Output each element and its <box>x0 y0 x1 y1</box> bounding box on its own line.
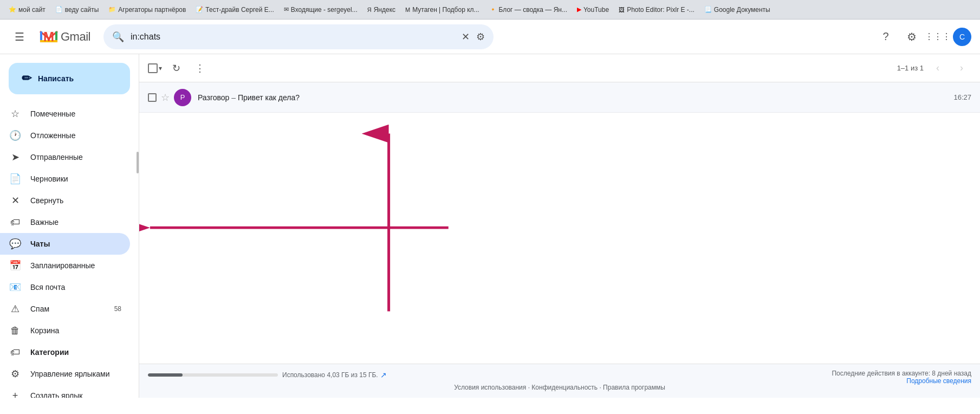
next-page-button[interactable]: › <box>952 59 971 78</box>
sidebar-item-create-label[interactable]: + Создать ярлык <box>0 385 130 398</box>
settings-icon: ⚙ <box>907 30 917 43</box>
more-icon: ⋮ <box>195 62 205 74</box>
svg-text:M: M <box>43 29 54 44</box>
compose-button[interactable]: ✏ Написать <box>9 63 130 94</box>
sender-avatar: Р <box>174 89 191 106</box>
privacy-link[interactable]: Конфиденциальность <box>531 384 598 391</box>
content-area <box>139 113 980 364</box>
avatar[interactable]: С <box>953 28 971 46</box>
bookmark-youtube[interactable]: ▶ YouTube <box>573 5 613 15</box>
search-input[interactable] <box>131 32 455 42</box>
browser-bar: ⭐ мой сайт 📄 веду сайты 📁 Агрегаторы пар… <box>0 0 980 20</box>
search-clear-icon[interactable]: ✕ <box>462 31 470 43</box>
gmail-logo-text: Gmail <box>61 30 90 44</box>
gmail-container: ☰ M Gmail 🔍 ✕ ⚙ <box>0 20 980 398</box>
scheduled-icon: 📅 <box>9 260 22 271</box>
categories-icon: 🏷 <box>9 347 22 358</box>
bookmark-pixlr[interactable]: 🖼 Photo Editor: Pixlr E -... <box>614 5 699 15</box>
bookmark-yandex[interactable]: Я Яндекс <box>363 5 400 15</box>
sidebar-item-drafts[interactable]: 📄 Черновики <box>0 168 130 190</box>
gmail-logo: M Gmail <box>39 27 90 47</box>
add-icon: + <box>9 390 22 398</box>
refresh-icon: ↻ <box>172 62 180 74</box>
details-link[interactable]: Подробные сведения <box>906 377 971 385</box>
star-icon: ☆ <box>9 108 22 120</box>
prev-page-icon: ‹ <box>936 62 939 74</box>
all-mail-icon: 📧 <box>9 281 22 293</box>
clock-icon: 🕐 <box>9 130 22 141</box>
bookmark-inbox[interactable]: ✉ Входящие - sergeyel... <box>280 5 362 15</box>
help-icon: ? <box>882 30 888 43</box>
send-icon: ➤ <box>9 151 22 163</box>
bookmark-blog[interactable]: 🔸 Блог — сводка — Ян... <box>485 5 572 15</box>
help-button[interactable]: ? <box>875 26 897 48</box>
email-row[interactable]: ☆ Р Разговор – Привет как дела? 16:27 <box>139 82 980 113</box>
email-subject: Разговор – Привет как дела? <box>198 93 945 102</box>
pagination: 1–1 из 1 ‹ › <box>897 59 971 78</box>
sidebar-item-bookmarked[interactable]: ☆ Помеченные <box>0 103 130 125</box>
row-checkbox[interactable] <box>148 93 157 102</box>
email-list-panel: ▾ ↻ ⋮ 1–1 из 1 ‹ › <box>139 54 980 398</box>
sidebar-item-sent[interactable]: ➤ Отправленные <box>0 146 130 168</box>
select-all-checkbox[interactable] <box>148 63 158 73</box>
main-content: ✏ Написать ☆ Помеченные 🕐 Отложенные ➤ О… <box>0 54 980 398</box>
terms-link[interactable]: Условия использования <box>454 384 526 391</box>
email-toolbar: ▾ ↻ ⋮ 1–1 из 1 ‹ › <box>139 54 980 82</box>
draft-icon: 📄 <box>9 173 22 185</box>
gmail-logo-icon: M <box>39 27 59 47</box>
sidebar-item-spam[interactable]: ⚠ Спам 58 <box>0 298 130 320</box>
footer-activity: Последние действия в аккаунте: 8 дней на… <box>832 370 971 385</box>
email-time: 16:27 <box>953 93 971 101</box>
search-filter-icon[interactable]: ⚙ <box>476 31 485 43</box>
header-right: ? ⚙ ⋮⋮⋮ С <box>875 26 971 48</box>
sidebar-item-chats[interactable]: 💬 Чаты <box>0 233 130 255</box>
next-page-icon: › <box>960 62 963 74</box>
bookmark-my-site[interactable]: ⭐ мой сайт <box>4 5 50 15</box>
search-icon: 🔍 <box>112 31 124 43</box>
sidebar-item-categories[interactable]: 🏷 Категории <box>0 341 130 363</box>
bookmark-manage-site[interactable]: 📄 веду сайты <box>51 5 103 15</box>
settings-button[interactable]: ⚙ <box>901 26 923 48</box>
email-footer: Использовано 4,03 ГБ из 15 ГБ. ↗ Условия… <box>139 364 980 398</box>
program-rules-link[interactable]: Правила программы <box>603 384 665 391</box>
bookmark-mutagen[interactable]: M Мутаген | Подбор кл... <box>401 5 484 15</box>
gmail-header: ☰ M Gmail 🔍 ✕ ⚙ <box>0 20 980 54</box>
storage-bar-fill <box>148 373 183 377</box>
more-button[interactable]: ⋮ <box>190 59 210 78</box>
scroll-indicator <box>137 152 139 173</box>
chat-icon: 💬 <box>9 238 22 250</box>
compose-icon: ✏ <box>22 72 31 86</box>
trash-icon: 🗑 <box>9 325 22 337</box>
sidebar-item-all-mail[interactable]: 📧 Вся почта <box>0 276 130 298</box>
apps-button[interactable]: ⋮⋮⋮ <box>927 26 949 48</box>
collapse-icon: ✕ <box>9 195 22 206</box>
sidebar-item-collapse[interactable]: ✕ Свернуть <box>0 190 130 211</box>
bookmark-aggregators[interactable]: 📁 Агрегаторы партнёров <box>104 5 190 15</box>
sidebar-item-scheduled[interactable]: 📅 Запланированные <box>0 255 130 276</box>
bookmark-gdocs[interactable]: 📃 Google Документы <box>700 5 775 15</box>
sidebar-item-snoozed[interactable]: 🕐 Отложенные <box>0 125 130 146</box>
sidebar: ✏ Написать ☆ Помеченные 🕐 Отложенные ➤ О… <box>0 54 139 398</box>
bookmark-testdrive[interactable]: 📝 Тест-драйв Сергей Е... <box>191 5 278 15</box>
footer-links: Условия использования · Конфиденциальнос… <box>148 384 971 391</box>
annotation-arrows <box>139 113 980 364</box>
manage-icon: ⚙ <box>9 368 22 380</box>
sidebar-item-manage-labels[interactable]: ⚙ Управление ярлыками <box>0 363 130 385</box>
storage-link[interactable]: ↗ <box>380 371 387 379</box>
sidebar-item-important[interactable]: 🏷 Важные <box>0 211 130 233</box>
star-button[interactable]: ☆ <box>161 92 170 104</box>
menu-icon: ☰ <box>15 30 24 43</box>
spam-icon: ⚠ <box>9 303 22 315</box>
select-all-dropdown[interactable]: ▾ <box>148 63 162 73</box>
apps-icon: ⋮⋮⋮ <box>925 31 951 42</box>
storage-text: Использовано 4,03 ГБ из 15 ГБ. ↗ <box>282 371 387 379</box>
menu-button[interactable]: ☰ <box>9 26 30 48</box>
prev-page-button[interactable]: ‹ <box>928 59 947 78</box>
search-bar: 🔍 ✕ ⚙ <box>103 24 494 49</box>
important-icon: 🏷 <box>9 217 22 228</box>
sidebar-item-trash[interactable]: 🗑 Корзина <box>0 320 130 341</box>
select-dropdown-arrow[interactable]: ▾ <box>159 64 162 72</box>
storage-bar <box>148 373 278 377</box>
refresh-button[interactable]: ↻ <box>166 59 186 78</box>
